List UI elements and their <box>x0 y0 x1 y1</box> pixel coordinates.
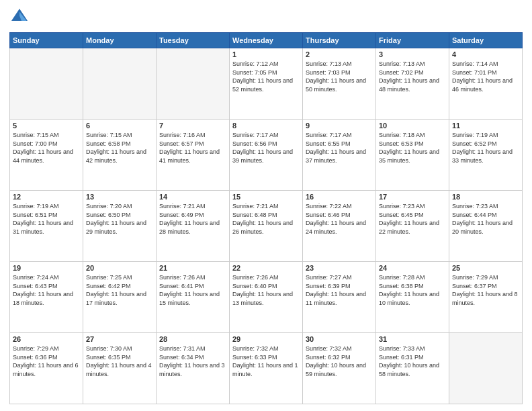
logo-icon <box>9 7 30 27</box>
day-info: Sunrise: 7:26 AMSunset: 6:41 PMDaylight:… <box>159 273 226 307</box>
day-number: 19 <box>13 264 80 272</box>
calendar-header-tuesday: Tuesday <box>157 33 230 48</box>
calendar-cell: 7Sunrise: 7:16 AMSunset: 6:57 PMDaylight… <box>157 120 230 191</box>
calendar-week-row: 12Sunrise: 7:19 AMSunset: 6:51 PMDayligh… <box>10 191 523 262</box>
day-info: Sunrise: 7:30 AMSunset: 6:35 PMDaylight:… <box>86 345 153 378</box>
calendar-cell: 27Sunrise: 7:30 AMSunset: 6:35 PMDayligh… <box>83 333 157 404</box>
day-number: 15 <box>232 193 300 201</box>
calendar-cell: 17Sunrise: 7:23 AMSunset: 6:45 PMDayligh… <box>376 191 449 262</box>
calendar-cell: 24Sunrise: 7:28 AMSunset: 6:38 PMDayligh… <box>376 262 449 333</box>
calendar-cell <box>10 48 83 120</box>
day-number: 11 <box>452 122 519 130</box>
calendar-week-row: 1Sunrise: 7:12 AMSunset: 7:05 PMDaylight… <box>10 48 523 120</box>
calendar-week-row: 5Sunrise: 7:15 AMSunset: 7:00 PMDaylight… <box>10 120 523 191</box>
day-number: 2 <box>306 50 373 58</box>
day-info: Sunrise: 7:32 AMSunset: 6:33 PMDaylight:… <box>232 345 300 378</box>
day-info: Sunrise: 7:15 AMSunset: 6:58 PMDaylight:… <box>86 131 153 165</box>
day-number: 4 <box>452 50 519 58</box>
day-info: Sunrise: 7:13 AMSunset: 7:02 PMDaylight:… <box>379 60 446 93</box>
calendar-cell: 9Sunrise: 7:17 AMSunset: 6:55 PMDaylight… <box>303 120 376 191</box>
day-info: Sunrise: 7:22 AMSunset: 6:46 PMDaylight:… <box>306 202 373 236</box>
calendar-cell: 5Sunrise: 7:15 AMSunset: 7:00 PMDaylight… <box>10 120 83 191</box>
day-info: Sunrise: 7:16 AMSunset: 6:57 PMDaylight:… <box>159 131 226 165</box>
day-number: 29 <box>232 335 300 343</box>
calendar-header-wednesday: Wednesday <box>230 33 303 48</box>
calendar-cell: 10Sunrise: 7:18 AMSunset: 6:53 PMDayligh… <box>376 120 449 191</box>
calendar-week-row: 26Sunrise: 7:29 AMSunset: 6:36 PMDayligh… <box>10 333 523 404</box>
header <box>9 7 523 27</box>
day-number: 9 <box>306 122 373 130</box>
day-info: Sunrise: 7:23 AMSunset: 6:45 PMDaylight:… <box>379 202 446 236</box>
calendar-cell: 18Sunrise: 7:23 AMSunset: 6:44 PMDayligh… <box>449 191 523 262</box>
day-info: Sunrise: 7:13 AMSunset: 7:03 PMDaylight:… <box>306 60 373 93</box>
calendar-cell: 29Sunrise: 7:32 AMSunset: 6:33 PMDayligh… <box>230 333 303 404</box>
calendar-cell: 28Sunrise: 7:31 AMSunset: 6:34 PMDayligh… <box>157 333 230 404</box>
day-number: 3 <box>379 50 446 58</box>
day-info: Sunrise: 7:17 AMSunset: 6:56 PMDaylight:… <box>232 131 300 165</box>
calendar-cell: 13Sunrise: 7:20 AMSunset: 6:50 PMDayligh… <box>83 191 157 262</box>
day-number: 1 <box>232 50 300 58</box>
day-info: Sunrise: 7:27 AMSunset: 6:39 PMDaylight:… <box>306 273 373 307</box>
calendar-cell: 19Sunrise: 7:24 AMSunset: 6:43 PMDayligh… <box>10 262 83 333</box>
day-info: Sunrise: 7:20 AMSunset: 6:50 PMDaylight:… <box>86 202 153 236</box>
day-number: 12 <box>13 193 80 201</box>
day-info: Sunrise: 7:23 AMSunset: 6:44 PMDaylight:… <box>452 202 519 236</box>
calendar-cell: 8Sunrise: 7:17 AMSunset: 6:56 PMDaylight… <box>230 120 303 191</box>
calendar-header-saturday: Saturday <box>449 33 523 48</box>
day-number: 23 <box>306 264 373 272</box>
calendar-cell: 21Sunrise: 7:26 AMSunset: 6:41 PMDayligh… <box>157 262 230 333</box>
logo <box>9 7 32 27</box>
day-number: 26 <box>13 335 80 343</box>
day-number: 8 <box>232 122 300 130</box>
day-number: 16 <box>306 193 373 201</box>
calendar-week-row: 19Sunrise: 7:24 AMSunset: 6:43 PMDayligh… <box>10 262 523 333</box>
calendar-cell: 30Sunrise: 7:32 AMSunset: 6:32 PMDayligh… <box>303 333 376 404</box>
calendar-header-friday: Friday <box>376 33 449 48</box>
calendar-cell: 3Sunrise: 7:13 AMSunset: 7:02 PMDaylight… <box>376 48 449 120</box>
calendar-cell <box>157 48 230 120</box>
day-number: 20 <box>86 264 153 272</box>
calendar-header-monday: Monday <box>83 33 157 48</box>
day-number: 6 <box>86 122 153 130</box>
day-number: 28 <box>159 335 226 343</box>
day-info: Sunrise: 7:15 AMSunset: 7:00 PMDaylight:… <box>13 131 80 165</box>
day-number: 18 <box>452 193 519 201</box>
day-info: Sunrise: 7:21 AMSunset: 6:49 PMDaylight:… <box>159 202 226 236</box>
calendar-cell <box>449 333 523 404</box>
calendar-cell: 4Sunrise: 7:14 AMSunset: 7:01 PMDaylight… <box>449 48 523 120</box>
calendar-header-sunday: Sunday <box>10 33 83 48</box>
page-container: SundayMondayTuesdayWednesdayThursdayFrid… <box>0 0 532 411</box>
calendar-cell: 6Sunrise: 7:15 AMSunset: 6:58 PMDaylight… <box>83 120 157 191</box>
day-number: 31 <box>379 335 446 343</box>
day-number: 17 <box>379 193 446 201</box>
day-number: 7 <box>159 122 226 130</box>
calendar-cell: 20Sunrise: 7:25 AMSunset: 6:42 PMDayligh… <box>83 262 157 333</box>
day-info: Sunrise: 7:31 AMSunset: 6:34 PMDaylight:… <box>159 345 226 378</box>
day-number: 21 <box>159 264 226 272</box>
day-info: Sunrise: 7:19 AMSunset: 6:51 PMDaylight:… <box>13 202 80 236</box>
calendar-cell: 1Sunrise: 7:12 AMSunset: 7:05 PMDaylight… <box>230 48 303 120</box>
day-info: Sunrise: 7:32 AMSunset: 6:32 PMDaylight:… <box>306 345 373 378</box>
calendar-cell: 31Sunrise: 7:33 AMSunset: 6:31 PMDayligh… <box>376 333 449 404</box>
calendar-cell: 23Sunrise: 7:27 AMSunset: 6:39 PMDayligh… <box>303 262 376 333</box>
day-number: 10 <box>379 122 446 130</box>
day-number: 24 <box>379 264 446 272</box>
day-info: Sunrise: 7:29 AMSunset: 6:37 PMDaylight:… <box>452 273 519 307</box>
calendar-cell: 15Sunrise: 7:21 AMSunset: 6:48 PMDayligh… <box>230 191 303 262</box>
day-number: 22 <box>232 264 300 272</box>
day-info: Sunrise: 7:14 AMSunset: 7:01 PMDaylight:… <box>452 60 519 93</box>
day-info: Sunrise: 7:33 AMSunset: 6:31 PMDaylight:… <box>379 345 446 378</box>
day-info: Sunrise: 7:26 AMSunset: 6:40 PMDaylight:… <box>232 273 300 307</box>
calendar-cell: 14Sunrise: 7:21 AMSunset: 6:49 PMDayligh… <box>157 191 230 262</box>
day-number: 5 <box>13 122 80 130</box>
calendar-cell: 12Sunrise: 7:19 AMSunset: 6:51 PMDayligh… <box>10 191 83 262</box>
day-info: Sunrise: 7:19 AMSunset: 6:52 PMDaylight:… <box>452 131 519 165</box>
calendar-header-thursday: Thursday <box>303 33 376 48</box>
day-info: Sunrise: 7:21 AMSunset: 6:48 PMDaylight:… <box>232 202 300 236</box>
calendar-cell <box>83 48 157 120</box>
calendar-cell: 25Sunrise: 7:29 AMSunset: 6:37 PMDayligh… <box>449 262 523 333</box>
calendar-table: SundayMondayTuesdayWednesdayThursdayFrid… <box>9 32 523 404</box>
day-info: Sunrise: 7:24 AMSunset: 6:43 PMDaylight:… <box>13 273 80 307</box>
day-number: 14 <box>159 193 226 201</box>
day-info: Sunrise: 7:18 AMSunset: 6:53 PMDaylight:… <box>379 131 446 165</box>
